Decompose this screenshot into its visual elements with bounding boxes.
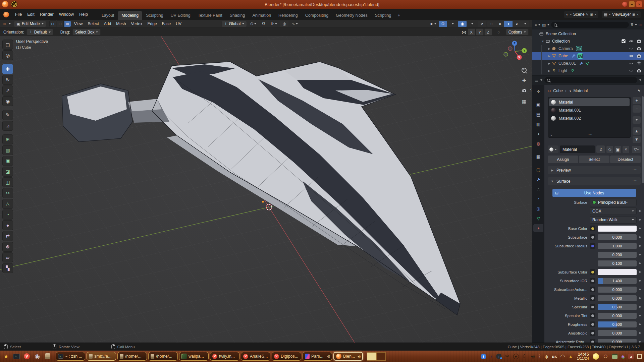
bluetooth-icon[interactable]: ᛒ	[538, 354, 541, 359]
clock[interactable]: 14:451/11/24	[577, 352, 589, 360]
keyframe-dot[interactable]	[639, 254, 641, 255]
tab-sculpting[interactable]: Sculpting	[142, 11, 167, 20]
subsurface-color-swatch[interactable]	[598, 269, 637, 275]
disable-render-camera-icon[interactable]	[637, 39, 641, 44]
keyframe-dot[interactable]	[639, 271, 641, 273]
tool-poly-build[interactable]: △	[2, 199, 13, 209]
subsurface-radius-value-2[interactable]: 0.100	[598, 260, 637, 266]
tool-shrink-fatten[interactable]: ⊗	[2, 242, 13, 252]
disable-render-camera-icon[interactable]	[637, 54, 641, 58]
pivot-point-dropdown[interactable]: ⊙	[249, 21, 257, 27]
file-cabinet-launcher-icon[interactable]	[44, 352, 52, 360]
keyframe-dot[interactable]	[639, 236, 641, 238]
render-disabled-camera-icon[interactable]	[637, 61, 641, 66]
tool-extrude-region[interactable]: ▤	[2, 145, 13, 155]
disable-render-camera-icon[interactable]	[637, 46, 641, 51]
drag-mode-dropdown[interactable]: Select Box	[72, 29, 101, 35]
tab-compositing[interactable]: Compositing	[302, 11, 332, 20]
tool-measure[interactable]: ⊿	[2, 121, 13, 131]
add-slot-button[interactable]: +	[633, 97, 641, 104]
hidden-eye-icon[interactable]	[629, 61, 634, 66]
viewport-menu-select[interactable]: Select	[88, 21, 99, 26]
tool-loop-cut[interactable]: ◫	[2, 177, 13, 187]
tool-rip-region[interactable]: ▚	[2, 263, 13, 273]
media-player-launcher-icon[interactable]: ◉	[33, 352, 41, 360]
move-slot-down-button[interactable]: ▼	[633, 136, 641, 143]
roughness-slider[interactable]: 0.500	[598, 321, 637, 327]
transform-orientation-dropdown[interactable]: ⊥ Global	[221, 21, 247, 27]
wifi-icon[interactable]: ◠	[561, 353, 565, 359]
hidden-eye-icon[interactable]	[629, 46, 634, 51]
taskbar-window-9-blender[interactable]: Blen...◂))	[333, 352, 363, 361]
grid-ortho-icon[interactable]: ▦	[522, 99, 526, 104]
viewport-menu-uv[interactable]: UV	[176, 21, 181, 26]
window-menu-icon[interactable]	[11, 1, 17, 7]
taskbar-window-2-file-cabinet[interactable]: /home/...	[117, 352, 147, 361]
taskbar-window-8-parsec[interactable]: Pars...◂))	[303, 352, 332, 361]
mode-dropdown[interactable]: ▣ Edit Mode	[14, 21, 46, 27]
taskbar-window-4-wallpaper[interactable]: wallpa...	[179, 352, 209, 361]
keyframe-dot[interactable]	[639, 297, 641, 299]
usb-icon[interactable]: ψ	[545, 354, 548, 359]
desktop-2-cell[interactable]	[376, 352, 386, 361]
camera-data-icon[interactable]	[576, 46, 582, 51]
remove-slot-button[interactable]: −	[633, 105, 641, 113]
tab-rendering[interactable]: Rendering	[275, 11, 302, 20]
deselect-button[interactable]: Deselect	[610, 156, 641, 163]
outliner-row-scene-collection[interactable]: Scene Collection	[532, 30, 644, 38]
tab-texture-paint[interactable]: Texture Paint	[194, 11, 226, 20]
anisotropic-rota-slider[interactable]: 0.000	[598, 339, 637, 343]
properties-tab-physics[interactable]: ◔	[533, 195, 543, 203]
decorator-icon[interactable]	[590, 304, 595, 310]
minimize-button[interactable]: –	[629, 1, 635, 7]
vertex-select-toggle[interactable]: ⊡	[49, 20, 56, 27]
outliner-search-input[interactable]	[551, 22, 629, 28]
disclosure-triangle-icon[interactable]: ▼	[541, 40, 544, 43]
keyframe-dot[interactable]	[639, 210, 641, 212]
tab-geometry-nodes[interactable]: Geometry Nodes	[332, 11, 371, 20]
tool-cursor[interactable]: ◎	[2, 50, 13, 60]
new-scene-icon[interactable]: ▣	[590, 13, 593, 16]
disclosure-triangle-icon[interactable]: ▶	[548, 47, 551, 50]
base-color-swatch[interactable]	[598, 226, 637, 232]
viewport-menu-add[interactable]: Add	[104, 21, 111, 26]
decorator-icon[interactable]	[590, 243, 595, 249]
xray-toggle[interactable]: ⧄	[478, 21, 486, 27]
surface-shader-field[interactable]: Principled BSDF	[590, 199, 637, 206]
terminal-launcher-icon[interactable]: >_	[12, 352, 20, 360]
music-note-icon[interactable]: ♪	[490, 354, 493, 359]
tool-spin[interactable]: ◔	[2, 209, 13, 220]
viewport-menu-view[interactable]: View	[74, 21, 83, 26]
keyframe-dot[interactable]	[639, 245, 641, 247]
plant-icon[interactable]: ♣	[621, 354, 625, 359]
keyframe-dot[interactable]	[639, 228, 641, 229]
subsurface-aniso-slider[interactable]: 0.000	[598, 287, 637, 293]
gizmos-toggle[interactable]: ⊕	[439, 21, 447, 27]
properties-tab-material[interactable]: ◑	[533, 224, 543, 232]
properties-search-input[interactable]	[544, 77, 637, 83]
decorator-icon[interactable]	[590, 321, 595, 327]
material-slot-material-002[interactable]: Material.002	[549, 114, 630, 122]
menu-file[interactable]: File	[12, 11, 24, 18]
subsurface-slider[interactable]: 0.000	[598, 234, 637, 240]
disable-render-camera-icon[interactable]	[637, 68, 641, 73]
outliner-row-light[interactable]: ▶Light	[532, 67, 644, 74]
taskbar-window-3-file-cabinet[interactable]: /home/...	[148, 352, 178, 361]
hide-viewport-eye-icon[interactable]	[629, 54, 634, 58]
metallic-slider[interactable]: 0.000	[598, 295, 637, 301]
snapping-dropdown[interactable]: ⊪	[270, 21, 278, 27]
taskbar-window-5-vivaldi[interactable]: Vtwily.in...	[210, 352, 239, 361]
disclosure-triangle-icon[interactable]: ▶	[548, 69, 551, 72]
mirror-z-toggle[interactable]: Z	[484, 28, 492, 36]
anisotropic-slider[interactable]: 0.000	[598, 330, 637, 336]
tab-shading[interactable]: Shading	[226, 11, 249, 20]
properties-tab-view-layer[interactable]: ▥	[533, 120, 543, 128]
viewport-menu-edge[interactable]: Edge	[148, 21, 157, 26]
move-slot-up-button[interactable]: ▲	[633, 127, 641, 135]
pin-icon[interactable]: ✒	[636, 88, 642, 94]
desktop-1-cell[interactable]	[367, 352, 376, 361]
remove-view-layer-icon[interactable]: ×	[637, 13, 639, 16]
overlays-dropdown[interactable]	[468, 21, 476, 27]
tool-edge-slide[interactable]: ⇄	[2, 231, 13, 241]
outliner-row-camera[interactable]: ▶Camera	[532, 45, 644, 52]
